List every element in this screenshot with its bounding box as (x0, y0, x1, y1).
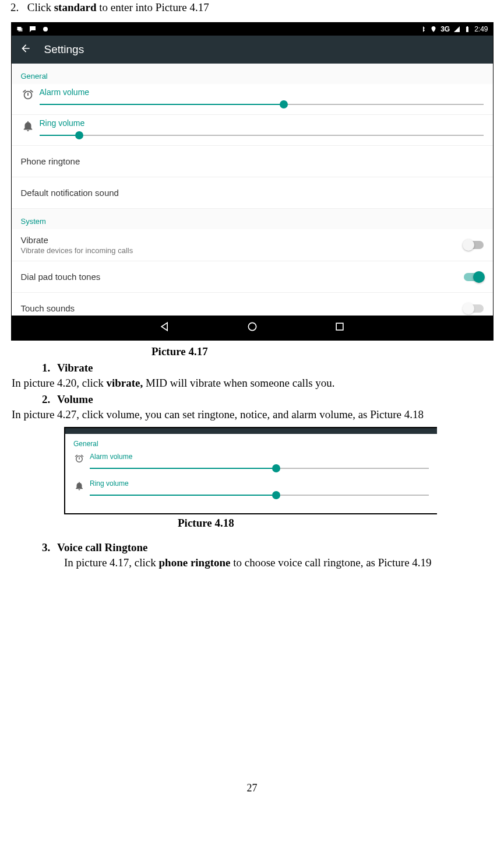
gallery-status-icon (16, 26, 23, 33)
s2-ring-label: Ring volume (90, 479, 429, 488)
alarm-volume-label: Alarm volume (40, 87, 484, 97)
settings-content: General Alarm volume (12, 64, 493, 316)
signal-icon (453, 26, 460, 33)
svg-point-5 (248, 323, 256, 330)
item1-body: In picture 4.20, click vibrate, MID will… (6, 376, 498, 392)
back-icon[interactable] (20, 43, 31, 57)
network-type: 3G (440, 25, 450, 33)
dialpad-toggle[interactable] (464, 273, 484, 281)
s2-partial-row (65, 504, 437, 513)
section-system: System (12, 209, 493, 229)
screenshot-4-17: 3G 2:49 Settings General Alarm volume (11, 22, 494, 341)
bluetooth-icon (420, 26, 427, 33)
dialpad-tones-row[interactable]: Dial pad touch tones (12, 261, 493, 293)
default-notification-row[interactable]: Default notification sound (12, 177, 493, 209)
vibrate-toggle[interactable] (464, 241, 484, 249)
ring-volume-slider[interactable] (40, 130, 484, 141)
svg-point-2 (43, 27, 48, 31)
alarm-icon (16, 87, 40, 101)
s2-ring-slider[interactable] (90, 490, 429, 500)
item2-body: In picture 4.27, click volume, you can s… (6, 407, 498, 423)
location-icon (430, 26, 437, 33)
s2-ring-row: Ring volume (65, 477, 437, 504)
alarm-volume-row: Alarm volume (12, 84, 493, 115)
bell-icon (16, 118, 40, 132)
list-item-1: 1.Vibrate (6, 360, 498, 376)
vibrate-subtitle: Vibrate devices for incoming calls (21, 246, 464, 255)
s2-alarm-label: Alarm volume (90, 453, 429, 461)
item3-body: In picture 4.17, click phone ringtone to… (6, 555, 498, 572)
vibrate-row[interactable]: Vibrate Vibrate devices for incoming cal… (12, 229, 493, 261)
alarm-icon (69, 453, 90, 464)
svg-rect-4 (467, 26, 468, 27)
clock: 2:49 (474, 25, 488, 33)
nav-home-icon[interactable] (246, 321, 258, 335)
ring-volume-label: Ring volume (40, 118, 484, 128)
navigation-bar (12, 316, 493, 340)
app-title: Settings (44, 43, 84, 56)
svg-rect-3 (466, 27, 468, 32)
svg-rect-1 (18, 28, 22, 31)
section-general: General (12, 64, 493, 84)
ring-volume-row: Ring volume (12, 115, 493, 146)
s2-alarm-row: Alarm volume (65, 450, 437, 477)
caption-4-17: Picture 4.17 (151, 345, 498, 358)
page-number: 27 (0, 782, 504, 794)
nav-recent-icon[interactable] (334, 321, 346, 335)
s2-section-general: General (65, 434, 437, 450)
list-item-3: 3.Voice call Ringtone (6, 540, 498, 555)
touch-sounds-row[interactable]: Touch sounds (12, 293, 493, 316)
message-status-icon (29, 26, 36, 33)
battery-icon (464, 26, 471, 33)
status-bar: 3G 2:49 (12, 23, 493, 36)
debug-status-icon (42, 26, 49, 33)
instruction-step-2: 2. Click standard to enter into Picture … (6, 0, 498, 22)
svg-rect-6 (336, 323, 343, 330)
touch-sounds-toggle[interactable] (464, 304, 484, 313)
alarm-volume-slider[interactable] (40, 99, 484, 110)
nav-back-icon[interactable] (159, 321, 171, 335)
screenshot-4-18: General Alarm volume Ring volume (64, 427, 437, 514)
s2-alarm-slider[interactable] (90, 463, 429, 474)
app-bar: Settings (12, 36, 493, 64)
caption-4-18: Picture 4.18 (178, 517, 498, 530)
bell-icon (69, 479, 90, 491)
vibrate-title: Vibrate (21, 235, 464, 245)
phone-ringtone-row[interactable]: Phone ringtone (12, 146, 493, 177)
list-item-2: 2.Volume (6, 392, 498, 407)
